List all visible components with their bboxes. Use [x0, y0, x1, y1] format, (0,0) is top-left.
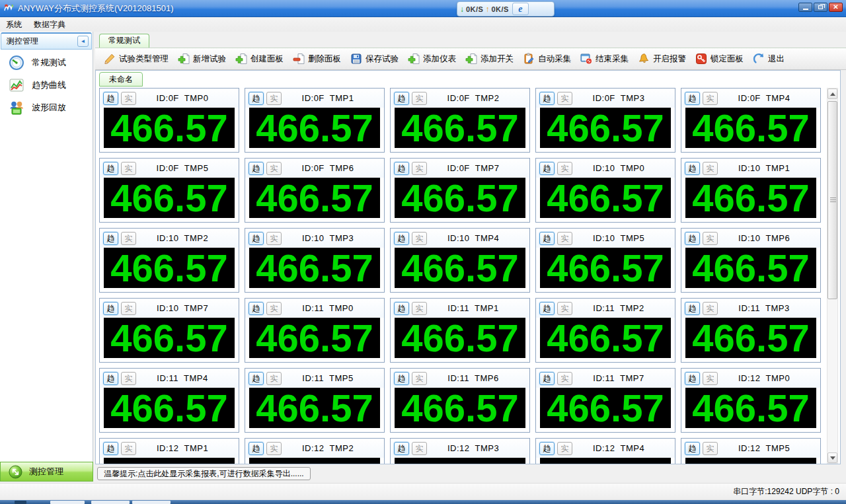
realtime-button[interactable]: 实 [121, 302, 136, 315]
sidebar-item-regular-test[interactable]: 常规测试 [0, 52, 93, 74]
trend-button[interactable]: 趋 [539, 162, 555, 175]
trend-button[interactable]: 趋 [249, 372, 264, 385]
browser-icon[interactable]: e [512, 3, 529, 15]
trend-button[interactable]: 趋 [249, 302, 264, 315]
meter-header: 趋实ID:12 TMP5 [681, 439, 820, 458]
sidebar-item-waveform-replay[interactable]: 波形回放 [0, 96, 93, 119]
trend-button[interactable]: 趋 [685, 372, 700, 385]
trend-button[interactable]: 趋 [685, 232, 700, 245]
realtime-button[interactable]: 实 [703, 232, 718, 245]
realtime-button[interactable]: 实 [557, 162, 572, 175]
trend-button[interactable]: 趋 [103, 92, 118, 105]
realtime-button[interactable]: 实 [266, 302, 282, 315]
realtime-button[interactable]: 实 [266, 92, 282, 105]
trend-button[interactable]: 趋 [394, 92, 409, 105]
toolbar-add-switch-button[interactable]: 添加开关 [461, 50, 518, 68]
realtime-button[interactable]: 实 [412, 302, 427, 315]
realtime-button[interactable]: 实 [266, 442, 282, 455]
realtime-button[interactable]: 实 [266, 232, 282, 245]
sidebar-bottom-button[interactable]: 测控管理 [0, 462, 93, 482]
meter-card: 趋实ID:11 TMP5466.57 [245, 368, 385, 433]
vertical-scrollbar[interactable] [827, 88, 838, 464]
taskbar-item[interactable] [132, 501, 171, 504]
taskbar-item[interactable] [15, 501, 26, 504]
network-speed-widget[interactable]: ↓ 0K/S ↑ 0K/S e [457, 1, 555, 17]
trend-button[interactable]: 趋 [685, 92, 700, 105]
taskbar-item[interactable] [50, 501, 85, 504]
trend-button[interactable]: 趋 [249, 92, 264, 105]
realtime-button[interactable]: 实 [557, 372, 572, 385]
realtime-button[interactable]: 实 [121, 162, 136, 175]
realtime-button[interactable]: 实 [121, 442, 136, 455]
trend-button[interactable]: 趋 [394, 162, 409, 175]
meter-value: 466.57 [256, 459, 373, 464]
realtime-button[interactable]: 实 [703, 302, 718, 315]
realtime-button[interactable]: 实 [703, 372, 718, 385]
trend-button[interactable]: 趋 [685, 302, 700, 315]
trend-button[interactable]: 趋 [539, 92, 555, 105]
realtime-button[interactable]: 实 [412, 442, 427, 455]
tab-regular-test[interactable]: 常规测试 [99, 34, 149, 48]
scroll-down-button[interactable] [827, 452, 837, 463]
realtime-button[interactable]: 实 [557, 232, 572, 245]
realtime-button[interactable]: 实 [412, 232, 427, 245]
trend-button[interactable]: 趋 [539, 302, 555, 315]
toolbar-auto-collect-button[interactable]: 自动采集 [518, 50, 575, 68]
trend-button[interactable]: 趋 [685, 442, 700, 455]
realtime-button[interactable]: 实 [703, 162, 718, 175]
trend-button[interactable]: 趋 [249, 162, 264, 175]
toolbar-create-panel-button[interactable]: 创建面板 [231, 50, 288, 68]
toolbar-add-meter-button[interactable]: 添加仪表 [403, 50, 460, 68]
menu-item-0[interactable]: 系统 [0, 17, 28, 32]
realtime-button[interactable]: 实 [121, 372, 136, 385]
toolbar-save-test-button[interactable]: 保存试验 [346, 50, 403, 68]
realtime-button[interactable]: 实 [557, 92, 572, 105]
realtime-button[interactable]: 实 [266, 162, 282, 175]
sidebar-collapse-button[interactable]: ◄ [77, 36, 89, 47]
toolbar-exit-button[interactable]: 退出 [748, 50, 788, 68]
trend-button[interactable]: 趋 [539, 232, 555, 245]
realtime-button[interactable]: 实 [412, 372, 427, 385]
trend-button[interactable]: 趋 [394, 442, 409, 455]
trend-button[interactable]: 趋 [103, 302, 118, 315]
trend-button[interactable]: 趋 [103, 442, 118, 455]
trend-button[interactable]: 趋 [394, 302, 409, 315]
meter-header: 趋实ID:12 TMP3 [391, 439, 529, 458]
toolbar-delete-panel-button[interactable]: 删除面板 [288, 50, 345, 68]
realtime-button[interactable]: 实 [703, 92, 718, 105]
trend-button[interactable]: 趋 [103, 232, 118, 245]
toolbar-new-test-button[interactable]: 新增试验 [173, 50, 230, 68]
toolbar-stop-collect-button[interactable]: 结束采集 [576, 50, 633, 68]
trend-button[interactable]: 趋 [539, 442, 555, 455]
minimize-button[interactable] [798, 3, 812, 12]
trend-button[interactable]: 趋 [249, 442, 264, 455]
realtime-button[interactable]: 实 [703, 442, 718, 455]
taskbar-item[interactable] [91, 501, 130, 504]
sidebar-item-trend-curve[interactable]: 趋势曲线 [0, 74, 93, 96]
trend-button[interactable]: 趋 [249, 232, 264, 245]
trend-button[interactable]: 趋 [539, 372, 555, 385]
meter-value: 466.57 [401, 389, 518, 427]
realtime-button[interactable]: 实 [121, 232, 136, 245]
panel-tab-unnamed[interactable]: 未命名 [99, 72, 143, 87]
realtime-button[interactable]: 实 [557, 442, 572, 455]
trend-button[interactable]: 趋 [394, 232, 409, 245]
realtime-button[interactable]: 实 [266, 372, 282, 385]
trend-button[interactable]: 趋 [103, 162, 118, 175]
realtime-button[interactable]: 实 [121, 92, 136, 105]
trend-button[interactable]: 趋 [394, 372, 409, 385]
scrollbar-thumb[interactable] [827, 101, 837, 299]
realtime-button[interactable]: 实 [412, 92, 427, 105]
trend-button[interactable]: 趋 [685, 162, 700, 175]
restore-button[interactable] [814, 3, 827, 12]
scroll-up-button[interactable] [827, 89, 837, 99]
menu-item-1[interactable]: 数据字典 [28, 17, 71, 32]
trend-button[interactable]: 趋 [103, 372, 118, 385]
toolbar-manage-test-type-button[interactable]: 试验类型管理 [99, 50, 173, 68]
realtime-button[interactable]: 实 [412, 162, 427, 175]
toolbar-lock-panel-button[interactable]: 锁定面板 [691, 50, 748, 68]
report-hint-bar[interactable]: 温馨提示:点击此处显示采集报表,可进行数据采集导出...... [97, 467, 311, 480]
close-button[interactable]: ✕ [829, 3, 843, 12]
toolbar-enable-alarm-button[interactable]: 开启报警 [633, 50, 690, 68]
realtime-button[interactable]: 实 [557, 302, 572, 315]
